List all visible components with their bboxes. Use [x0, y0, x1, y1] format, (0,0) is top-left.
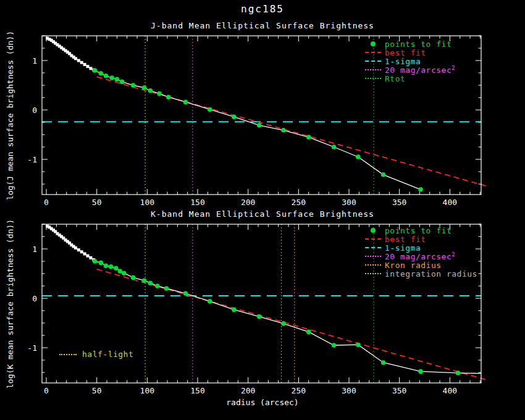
fit-point: [208, 299, 212, 304]
fit-point: [306, 135, 311, 140]
unfit-point: [83, 253, 86, 256]
fit-point: [109, 75, 114, 80]
legend-j-band: points to fitbest fit1-sigma20 mag/arcse…: [365, 40, 455, 83]
fit-point: [104, 74, 109, 78]
fit-point: [131, 275, 136, 280]
legend-dots-marker: [365, 273, 381, 274]
legend-k-band: points to fitbest fit1-sigma20 mag/arcse…: [365, 226, 477, 278]
unfit-point: [80, 250, 83, 253]
legend-label: Rtot: [385, 74, 405, 83]
unfit-point: [80, 61, 83, 64]
legend-dot-icon: [371, 41, 376, 46]
legend-dot-marker: [365, 228, 381, 233]
subtitle-j-band: J-band Mean Elliptical Surface Brightnes…: [0, 21, 525, 30]
fit-point: [281, 128, 286, 133]
legend-dash-marker: [365, 61, 381, 62]
legend-dots-marker: [365, 264, 381, 266]
fit-point: [104, 263, 109, 268]
fit-point: [114, 266, 119, 271]
fit-point: [93, 259, 98, 264]
unfit-points: [46, 225, 95, 261]
y-tick-label: 1: [32, 245, 37, 254]
fit-point: [120, 80, 125, 85]
legend-dash-marker: [365, 52, 381, 53]
legend-dots-marker: [365, 256, 381, 257]
fit-point: [131, 83, 136, 88]
x-tick-label: 300: [342, 386, 356, 395]
figure-title: ngc185: [0, 3, 525, 15]
x-tick-label: 150: [190, 386, 204, 395]
fit-point: [306, 330, 311, 335]
unfit-point: [77, 248, 80, 251]
x-tick-label: 0: [44, 198, 49, 207]
x-tick-label: 50: [92, 386, 102, 395]
fit-point: [122, 271, 127, 275]
unfit-point: [77, 59, 80, 62]
fit-point: [148, 280, 153, 285]
fit-point: [332, 145, 337, 149]
x-tick-label: 350: [392, 386, 406, 395]
fit-point: [381, 172, 386, 177]
fit-point: [142, 85, 147, 90]
fit-point: [155, 284, 160, 288]
y-tick-label: 1: [32, 56, 37, 65]
y-tick-label: 0: [32, 106, 37, 115]
x-tick-label: 0: [44, 386, 49, 395]
x-tick-label: 100: [140, 198, 154, 207]
fit-point: [183, 291, 188, 296]
legend-label: points to fit: [385, 226, 452, 235]
half-light-annotation: half-light: [59, 350, 133, 359]
fit-point: [164, 286, 169, 291]
legend-label: best fit: [385, 235, 426, 244]
x-tick-label: 200: [241, 386, 255, 395]
legend-item-20-mag-arcsec: 20 mag/arcsec2: [365, 252, 477, 261]
legend-item-best-fit: best fit: [365, 235, 477, 243]
unfit-point: [83, 63, 86, 66]
legend-label: best fit: [385, 48, 426, 57]
legend-item-20-mag-arcsec: 20 mag/arcsec2: [365, 65, 455, 74]
fit-point: [93, 68, 98, 73]
fit-point: [148, 88, 153, 93]
fit-point: [115, 77, 120, 82]
fit-point: [381, 360, 386, 365]
figure-root: 050100150200250300350400-101050100150200…: [0, 0, 525, 420]
legend-item-integration-radius: integration radius: [365, 269, 477, 278]
x-axis-label: radius (arcsec): [0, 398, 525, 407]
fit-point: [281, 321, 286, 326]
y-axis-label-k: log(K mean surface brightness (dn)): [6, 219, 15, 388]
x-tick-label: 250: [292, 386, 306, 395]
unfit-point: [74, 57, 77, 60]
fit-points: [93, 68, 423, 191]
fit-point: [232, 114, 237, 119]
legend-label: Kron radius: [385, 261, 442, 270]
legend-item-best-fit: best fit: [365, 48, 455, 57]
legend-item-points-to-fit: points to fit: [365, 226, 477, 235]
legend-dots-marker: [365, 78, 381, 79]
y-tick-label: 0: [32, 294, 37, 303]
fit-point: [257, 123, 262, 128]
fit-point: [117, 269, 122, 274]
legend-label: integration radius: [385, 269, 477, 279]
half-light-dotted-marker: [59, 354, 77, 355]
fit-point: [418, 369, 423, 374]
unfit-point: [86, 254, 89, 258]
fit-point: [183, 99, 188, 104]
x-tick-label: 50: [92, 198, 102, 207]
legend-dots-marker: [365, 69, 381, 70]
unfit-point: [89, 67, 92, 70]
unfit-point: [89, 256, 92, 259]
legend-item-kron-radius: Kron radius: [365, 261, 477, 269]
legend-label: points to fit: [385, 40, 452, 49]
legend-item-points-to-fit: points to fit: [365, 40, 455, 48]
fit-point: [332, 343, 337, 348]
legend-dot-icon: [371, 228, 376, 233]
fit-point: [98, 261, 103, 266]
half-light-label: half-light: [82, 350, 133, 359]
unfit-point: [86, 65, 89, 68]
x-tick-label: 100: [140, 386, 154, 395]
x-tick-label: 300: [342, 198, 356, 207]
fit-point: [257, 314, 262, 319]
y-tick-label: -1: [27, 343, 37, 353]
unfit-points: [46, 37, 95, 72]
fit-point: [418, 187, 423, 192]
